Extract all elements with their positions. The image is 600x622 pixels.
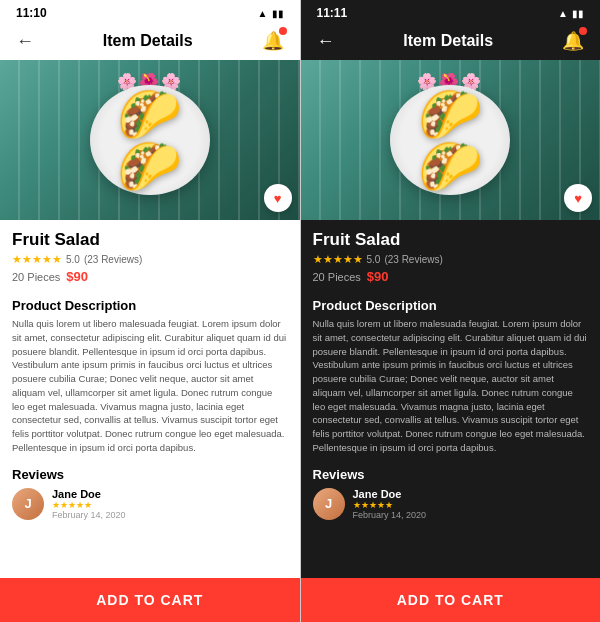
pieces-price-1: 20 Pieces $90 (12, 269, 288, 284)
add-to-cart-button-1[interactable]: ADd TO CART (0, 578, 300, 622)
reviews-title-1: Reviews (12, 467, 288, 482)
reviewer-info-2: Jane Doe ★★★★★ February 14, 2020 (353, 488, 589, 520)
favorite-button-1[interactable]: ♥ (264, 184, 292, 212)
pieces-label-2: 20 Pieces (313, 271, 361, 283)
item-name-1: Fruit Salad (12, 230, 288, 250)
status-icons-1: ▲ ▮▮ (258, 8, 284, 19)
status-bar-2: 11:11 ▲ ▮▮ (301, 0, 601, 24)
status-bar-1: 11:10 ▲ ▮▮ (0, 0, 300, 24)
wifi-icon-2: ▲ (558, 8, 568, 19)
header-2: ← Item Details 🔔 (301, 24, 601, 60)
food-image-container-1: 🌸🌺🌸 🌮🌮 ♥ (0, 60, 300, 220)
status-time-1: 11:10 (16, 6, 47, 20)
review-stars-2: ★★★★★ (353, 500, 589, 510)
heart-icon-2: ♥ (574, 191, 582, 206)
review-date-1: February 14, 2020 (52, 510, 288, 520)
page-title-2: Item Details (403, 32, 493, 50)
pieces-label-1: 20 Pieces (12, 271, 60, 283)
review-date-2: February 14, 2020 (353, 510, 589, 520)
product-desc-text-2: Nulla quis lorem ut libero malesuada feu… (301, 317, 601, 463)
reviews-section-2: Reviews J Jane Doe ★★★★★ February 14, 20… (301, 463, 601, 526)
review-item-1: J Jane Doe ★★★★★ February 14, 2020 (12, 488, 288, 520)
item-name-2: Fruit Salad (313, 230, 589, 250)
food-emoji-1: 🌮🌮 (90, 88, 210, 192)
rating-row-2: ★★★★★ 5.0 (23 Reviews) (313, 253, 589, 266)
price-1: $90 (66, 269, 88, 284)
reviewer-avatar-1: J (12, 488, 44, 520)
favorite-button-2[interactable]: ♥ (564, 184, 592, 212)
food-plate-1: 🌮🌮 (90, 85, 210, 195)
review-stars-1: ★★★★★ (52, 500, 288, 510)
notification-badge-2 (579, 27, 587, 35)
reviews-section-1: Reviews J Jane Doe ★★★★★ February 14, 20… (0, 463, 300, 526)
notification-icon-2[interactable]: 🔔 (562, 30, 584, 52)
back-button-1[interactable]: ← (16, 31, 34, 52)
stars-2: ★★★★★ (313, 253, 363, 266)
header-1: ← Item Details 🔔 (0, 24, 300, 60)
rating-count-2: (23 Reviews) (384, 254, 442, 265)
food-plate-2: 🌮🌮 (390, 85, 510, 195)
item-info-1: Fruit Salad ★★★★★ 5.0 (23 Reviews) 20 Pi… (0, 220, 300, 292)
rating-value-1: 5.0 (66, 254, 80, 265)
battery-icon-2: ▮▮ (572, 8, 584, 19)
food-image-bg-2: 🌸🌺🌸 🌮🌮 (301, 60, 601, 220)
phone-panel-light: 11:10 ▲ ▮▮ ← Item Details 🔔 🌸🌺🌸 🌮🌮 ♥ (0, 0, 300, 622)
status-icons-2: ▲ ▮▮ (558, 8, 584, 19)
item-info-2: Fruit Salad ★★★★★ 5.0 (23 Reviews) 20 Pi… (301, 220, 601, 292)
rating-value-2: 5.0 (367, 254, 381, 265)
food-image-container-2: 🌸🌺🌸 🌮🌮 ♥ (301, 60, 601, 220)
page-title-1: Item Details (103, 32, 193, 50)
review-item-2: J Jane Doe ★★★★★ February 14, 2020 (313, 488, 589, 520)
rating-row-1: ★★★★★ 5.0 (23 Reviews) (12, 253, 288, 266)
reviewer-name-2: Jane Doe (353, 488, 589, 500)
product-desc-title-2: Product Description (301, 292, 601, 317)
food-emoji-2: 🌮🌮 (390, 88, 510, 192)
notification-badge-1 (279, 27, 287, 35)
heart-icon-1: ♥ (274, 191, 282, 206)
reviews-title-2: Reviews (313, 467, 589, 482)
stars-1: ★★★★★ (12, 253, 62, 266)
price-2: $90 (367, 269, 389, 284)
notification-icon-1[interactable]: 🔔 (262, 30, 284, 52)
content-scroll-1: 🌸🌺🌸 🌮🌮 ♥ Fruit Salad ★★★★★ 5.0 (23 Revie… (0, 60, 300, 578)
food-image-bg-1: 🌸🌺🌸 🌮🌮 (0, 60, 300, 220)
phone-panel-dark: 11:11 ▲ ▮▮ ← Item Details 🔔 🌸🌺🌸 🌮🌮 ♥ (301, 0, 601, 622)
rating-count-1: (23 Reviews) (84, 254, 142, 265)
content-scroll-2: 🌸🌺🌸 🌮🌮 ♥ Fruit Salad ★★★★★ 5.0 (23 Revie… (301, 60, 601, 578)
product-desc-title-1: Product Description (0, 292, 300, 317)
reviewer-info-1: Jane Doe ★★★★★ February 14, 2020 (52, 488, 288, 520)
wifi-icon: ▲ (258, 8, 268, 19)
battery-icon: ▮▮ (272, 8, 284, 19)
status-time-2: 11:11 (317, 6, 348, 20)
reviewer-avatar-2: J (313, 488, 345, 520)
back-button-2[interactable]: ← (317, 31, 335, 52)
pieces-price-2: 20 Pieces $90 (313, 269, 589, 284)
add-to-cart-button-2[interactable]: ADD TO CART (301, 578, 601, 622)
reviewer-name-1: Jane Doe (52, 488, 288, 500)
product-desc-text-1: Nulla quis lorem ut libero malesuada feu… (0, 317, 300, 463)
